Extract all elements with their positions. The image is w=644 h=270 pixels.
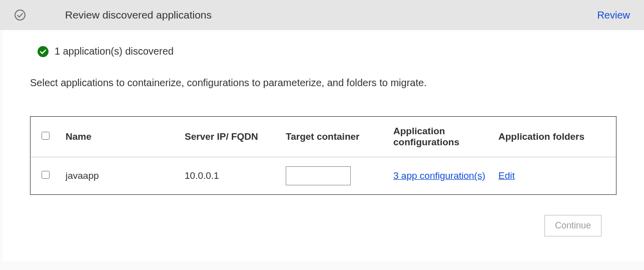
cell-name: javaapp xyxy=(61,157,171,195)
discovery-status-text: 1 application(s) discovered xyxy=(55,46,174,57)
header-left: Review discovered applications xyxy=(14,9,212,21)
footer: Continue xyxy=(30,195,616,246)
header-name: Name xyxy=(61,117,171,157)
header-select-all xyxy=(31,117,61,157)
page-header: Review discovered applications Review xyxy=(0,0,644,30)
continue-button[interactable]: Continue xyxy=(544,215,601,236)
discovery-status: 1 application(s) discovered xyxy=(38,46,616,57)
page-description: Select applications to containerize, con… xyxy=(30,77,616,89)
header-server: Server IP/ FQDN xyxy=(171,117,281,157)
applications-table: Name Server IP/ FQDN Target container Ap… xyxy=(30,116,616,195)
step-check-icon xyxy=(14,9,26,21)
header-target: Target container xyxy=(281,117,388,157)
page-title: Review discovered applications xyxy=(65,9,212,21)
header-config: Application configurations xyxy=(388,117,493,157)
svg-point-0 xyxy=(15,10,25,20)
header-folders: Application folders xyxy=(493,117,616,157)
table-header-row: Name Server IP/ FQDN Target container Ap… xyxy=(31,117,616,157)
app-folders-edit-link[interactable]: Edit xyxy=(498,169,515,182)
target-container-input[interactable] xyxy=(286,166,351,185)
app-configurations-link[interactable]: 3 app configuration(s) xyxy=(393,169,485,182)
content-area: 1 application(s) discovered Select appli… xyxy=(3,31,644,261)
review-link[interactable]: Review xyxy=(597,10,630,21)
table-row: javaapp 10.0.0.1 3 app configuration(s) … xyxy=(31,157,616,195)
cell-server: 10.0.0.1 xyxy=(171,157,281,195)
success-check-icon xyxy=(38,46,49,57)
row-select-checkbox[interactable] xyxy=(42,171,50,179)
select-all-checkbox[interactable] xyxy=(42,132,50,140)
